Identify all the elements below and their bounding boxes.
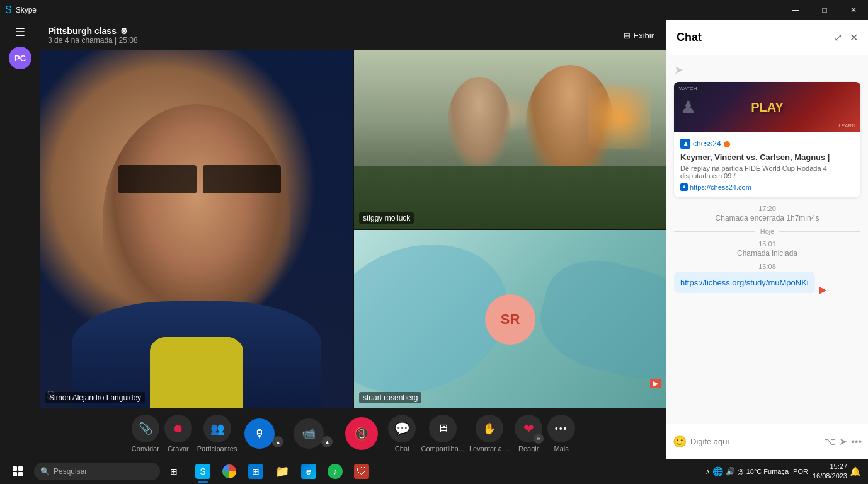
clock[interactable]: 15:27 16/08/2023 <box>813 462 847 481</box>
send-button[interactable]: ➤ <box>839 435 847 447</box>
search-icon: 🔍 <box>40 467 50 476</box>
user-avatar[interactable]: PC <box>9 47 31 69</box>
taskbar-app-store[interactable]: ⊞ <box>243 459 268 484</box>
youtube-icon: ▶ <box>819 284 826 295</box>
grid-icon: ⊞ <box>624 31 631 40</box>
more-label: Mais <box>554 445 569 452</box>
timestamp-1501: 15:01 <box>674 240 860 248</box>
chat-header: Chat ⤢ ✕ <box>666 20 868 55</box>
lichess-link[interactable]: https://lichess.org/study/muMpoNKi <box>680 278 809 287</box>
send-icon-area: ➤ <box>674 63 860 77</box>
stiggy-video <box>354 50 666 229</box>
chat-messages[interactable]: ➤ WATCH PLAY LEARN ♟ ♟ chess24 <box>666 55 868 424</box>
notification-icon[interactable]: 🔔 <box>850 466 860 476</box>
video-icon: 📹 <box>302 427 316 441</box>
participant-name-stuart: stuart rosenberg <box>359 392 421 403</box>
participants-control[interactable]: 👥 Participantes <box>197 415 237 452</box>
chat-title: Chat <box>677 31 834 44</box>
chat-input-area: 🙂 ⌥ ➤ ••• <box>666 424 868 459</box>
tray-chevron-icon[interactable]: ∧ <box>705 468 710 475</box>
watch-text: WATCH <box>679 86 697 91</box>
mic-control[interactable]: 🎙 ▲ <box>244 418 283 449</box>
react-label: Reagir <box>518 445 539 452</box>
participants-button[interactable]: 👥 <box>203 415 231 442</box>
language-indicator[interactable]: POR <box>791 468 810 475</box>
invite-button[interactable]: 📎 <box>132 415 159 442</box>
react-control[interactable]: ❤ ✏ Reagir <box>515 415 542 452</box>
emoji-button[interactable]: 🙂 <box>673 435 687 449</box>
weather-widget[interactable]: 🌫 18°C Fumaça <box>738 468 789 475</box>
controls-bar: 📎 Convidar ⏺ Gravar 👥 Participantes <box>40 408 666 459</box>
start-button[interactable] <box>3 459 33 484</box>
taskbar-right: ∧ 🌐 🔊 🌫 18°C Fumaça POR 15:27 16/08/2023… <box>705 462 865 481</box>
sound-icon[interactable]: 🔊 <box>726 467 735 476</box>
exibir-button[interactable]: ⊞ Exibir <box>619 28 659 43</box>
chat-more-button[interactable]: ••• <box>851 436 862 447</box>
chat-icon: 💬 <box>394 421 410 436</box>
taskbar-app-spotify[interactable]: ♪ <box>323 459 348 484</box>
share-button[interactable]: 🖥 <box>429 415 457 442</box>
chess24-logo: ♟ <box>680 139 690 149</box>
network-icon[interactable]: 🌐 <box>712 466 723 476</box>
taskbar-app-skype[interactable]: S <box>190 459 215 484</box>
attach-button[interactable]: ⌥ <box>824 435 835 447</box>
chat-expand-button[interactable]: ⤢ <box>834 32 842 43</box>
task-view-button[interactable]: ⊞ <box>161 459 186 484</box>
files-taskbar-icon: 📁 <box>275 464 289 478</box>
chrome-taskbar-icon <box>222 464 236 478</box>
settings-icon[interactable]: ⚙ <box>120 26 128 36</box>
raise-hand-control[interactable]: ✋ Levantar a ... <box>469 415 510 452</box>
play-text: PLAY <box>751 100 784 115</box>
chat-close-button[interactable]: ✕ <box>850 32 858 43</box>
search-placeholder: Pesquisar <box>54 467 87 476</box>
maximize-button[interactable]: □ <box>810 0 839 20</box>
share-control[interactable]: 🖥 Compartilha... <box>421 415 464 452</box>
chat-panel: Chat ⤢ ✕ ➤ WATCH PLAY LEARN ♟ <box>666 20 868 459</box>
call-status: 3 de 4 na chamada | 25:08 <box>48 36 619 45</box>
mic-arrow-button[interactable]: ▲ <box>272 436 283 447</box>
system-msg-started: Chamada iniciada <box>674 249 860 258</box>
call-header: Pittsburgh class ⚙ 3 de 4 na chamada | 2… <box>40 20 666 50</box>
youtube-badge-area: ▶ <box>819 284 826 296</box>
taskbar-app-edge[interactable]: e <box>296 459 321 484</box>
chat-toggle-button[interactable]: 💬 <box>388 415 416 442</box>
taskbar-app-files[interactable]: 📁 <box>270 459 295 484</box>
chat-control[interactable]: 💬 Chat <box>388 415 416 452</box>
minimize-button[interactable]: — <box>781 0 810 20</box>
video-button[interactable]: 📹 <box>294 418 324 449</box>
chess24-link-icon: ♟ <box>680 183 688 191</box>
edge-taskbar-icon: e <box>301 464 316 479</box>
chat-text-input[interactable] <box>690 437 820 446</box>
active-indicator <box>198 481 208 483</box>
react-button[interactable]: ❤ ✏ <box>515 415 542 442</box>
send-icon: ➤ <box>674 63 683 77</box>
record-control[interactable]: ⏺ Gravar <box>164 415 192 452</box>
participant-name-stiggy: stiggy molluck <box>359 212 414 224</box>
taskbar-search[interactable]: 🔍 Pesquisar <box>34 463 160 480</box>
timestamp-1508: 15:08 <box>674 263 860 270</box>
more-button[interactable]: ••• <box>547 415 575 442</box>
video-tile-simon: S Simón Alejandro Languidey <box>40 50 353 408</box>
link-message-bubble[interactable]: https://lichess.org/study/muMpoNKi <box>674 272 815 293</box>
taskbar-app-chrome[interactable] <box>217 459 242 484</box>
close-button[interactable]: ✕ <box>839 0 868 20</box>
hangup-control[interactable]: 📵 <box>345 417 378 450</box>
raise-hand-button[interactable]: ✋ <box>476 415 503 442</box>
taskbar-app-antivirus[interactable]: 🛡 <box>349 459 374 484</box>
invite-control[interactable]: 📎 Convidar <box>132 415 159 452</box>
record-button[interactable]: ⏺ <box>164 415 192 442</box>
hangup-button[interactable]: 📵 <box>345 417 378 450</box>
hamburger-menu-button[interactable]: ☰ <box>15 25 25 39</box>
ad-description: Dê replay na partida FIDE World Cup Roda… <box>680 164 854 180</box>
stuart-avatar: SR <box>485 294 535 345</box>
more-control[interactable]: ••• Mais <box>547 415 575 452</box>
mic-button[interactable]: 🎙 <box>244 418 275 449</box>
heart-icon: ❤ <box>523 421 534 436</box>
video-control[interactable]: 📹 ▲ <box>294 418 333 449</box>
invite-icon: 📎 <box>139 422 152 435</box>
chat-label: Chat <box>395 445 409 452</box>
ad-link[interactable]: ♟ https://chess24.com <box>680 183 854 191</box>
app-title: Skype <box>16 6 37 14</box>
ad-card[interactable]: WATCH PLAY LEARN ♟ ♟ chess24 Keymer, Vin… <box>674 82 860 197</box>
video-arrow-button[interactable]: ▲ <box>321 436 333 447</box>
